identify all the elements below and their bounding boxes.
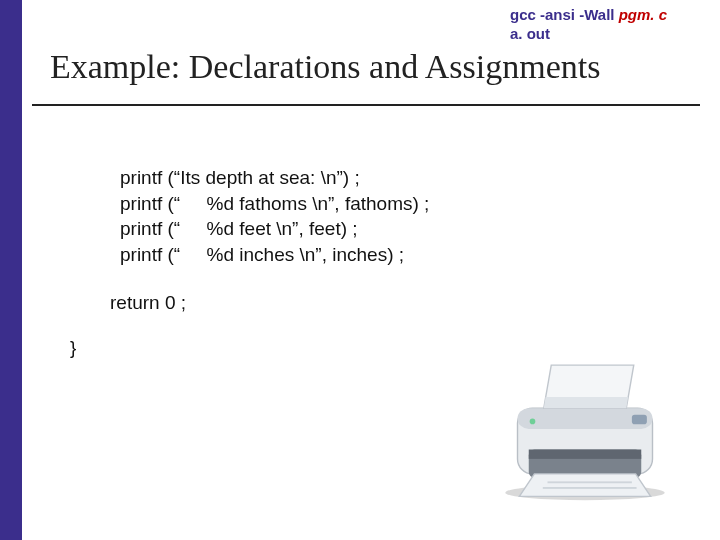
code-line-2: printf (“ %d fathoms \n”, fathoms) ;	[120, 191, 429, 217]
code-block: printf (“Its depth at sea: \n”) ; printf…	[120, 165, 429, 268]
run-command-line: a. out	[510, 25, 667, 44]
accent-bar	[0, 0, 22, 540]
printer-icon	[490, 352, 680, 502]
printer-illustration	[490, 352, 680, 502]
compile-command: gcc -ansi -Wall	[510, 6, 619, 23]
closing-brace: }	[70, 317, 186, 362]
compile-filename: pgm. c	[619, 6, 667, 23]
code-line-4: printf (“ %d inches \n”, inches) ;	[120, 242, 429, 268]
slide-title: Example: Declarations and Assignments	[50, 48, 690, 86]
svg-rect-6	[548, 481, 632, 483]
compile-command-line: gcc -ansi -Wall pgm. c	[510, 6, 667, 25]
return-block: return 0 ; }	[70, 290, 186, 361]
compile-run-header: gcc -ansi -Wall pgm. c a. out	[510, 6, 667, 44]
return-statement: return 0 ;	[70, 290, 186, 317]
svg-point-8	[530, 419, 536, 425]
run-command: a. out	[510, 25, 550, 42]
code-line-1: printf (“Its depth at sea: \n”) ;	[120, 165, 429, 191]
svg-rect-4	[529, 450, 642, 459]
title-underline	[32, 104, 700, 106]
code-line-3: printf (“ %d feet \n”, feet) ;	[120, 216, 429, 242]
svg-rect-5	[632, 415, 647, 424]
svg-rect-7	[543, 487, 637, 489]
